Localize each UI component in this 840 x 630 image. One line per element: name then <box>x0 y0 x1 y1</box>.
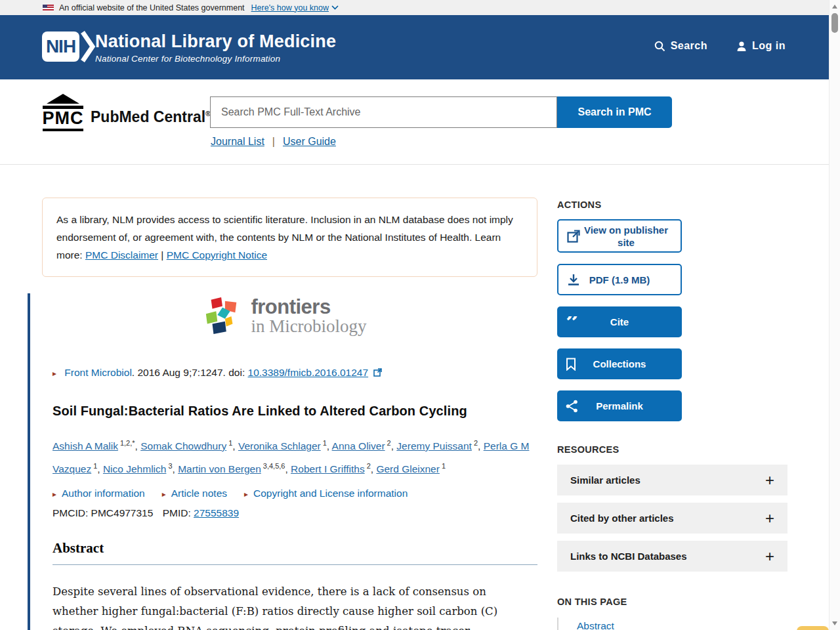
citation-line: ▸ Front Microbiol. 2016 Aug 9;7:1247. do… <box>52 367 382 379</box>
author-link[interactable]: Nico Jehmlich <box>103 463 166 474</box>
on-this-page-heading: ON THIS PAGE <box>557 597 627 607</box>
login-label: Log in <box>752 40 786 52</box>
nih-logo-acronym: NIH <box>42 32 79 62</box>
external-link-icon <box>373 368 382 377</box>
login-button[interactable]: Log in <box>736 40 786 52</box>
header-links: Search Log in <box>654 40 786 52</box>
author-separator: , <box>232 440 238 452</box>
article-panel: frontiers in Microbiology ▸ Front Microb… <box>28 293 540 630</box>
notice-separator: | <box>158 249 167 261</box>
journal-logo-text: frontiers in Microbiology <box>251 297 366 337</box>
link-divider: | <box>272 136 275 148</box>
us-flag-icon <box>43 5 54 11</box>
permalink-button[interactable]: Permalink <box>557 390 682 421</box>
plus-icon: + <box>765 547 774 566</box>
site-title: National Library of Medicine <box>95 32 336 52</box>
journal-logo-name: frontiers <box>251 297 366 317</box>
journal-list-link[interactable]: Journal List <box>211 136 264 148</box>
pmc-search-input[interactable] <box>210 96 557 128</box>
author-affiliation: 1,2,* <box>120 439 135 447</box>
search-icon <box>654 41 665 52</box>
author-link[interactable]: Ashish A Malik <box>52 440 118 452</box>
on-this-page-abstract-link[interactable]: Abstract <box>577 620 614 630</box>
similar-articles-accordion[interactable]: Similar articles + <box>557 465 788 495</box>
pmid-label: PMID: <box>163 507 194 518</box>
view-on-publisher-site-button[interactable]: View on publisher site <box>557 219 682 253</box>
article-notes-toggle[interactable]: ▸Article notes <box>162 488 227 499</box>
author-information-toggle[interactable]: ▸Author information <box>52 488 145 499</box>
author-link[interactable]: Martin von Bergen <box>178 463 261 474</box>
actions-heading: ACTIONS <box>557 200 601 210</box>
scroll-down-arrow[interactable] <box>832 621 837 625</box>
copyright-license-toggle[interactable]: ▸Copyright and License information <box>244 488 408 499</box>
scroll-up-arrow[interactable] <box>832 5 837 9</box>
author-affiliation: 3,4,5,6 <box>263 462 285 470</box>
on-this-page-list: Abstract <box>557 618 614 630</box>
citation-details: . 2016 Aug 9;7:1247. doi: <box>132 367 248 378</box>
cited-by-accordion[interactable]: Cited by other articles + <box>557 503 788 534</box>
pmid-link[interactable]: 27555839 <box>194 507 239 518</box>
author-separator: , <box>173 463 178 474</box>
ncbi-links-accordion[interactable]: Links to NCBI Databases + <box>557 541 788 572</box>
article-title: Soil Fungal:Bacterial Ratios Are Linked … <box>52 404 541 419</box>
author-link[interactable]: Somak Chowdhury <box>140 440 226 452</box>
feedback-tab[interactable]: Feedback <box>797 626 829 630</box>
author-link[interactable]: Robert I Griffiths <box>291 463 365 474</box>
header-search-label: Search <box>671 40 707 52</box>
chevron-down-icon <box>331 5 339 10</box>
download-icon <box>567 273 580 286</box>
author-link[interactable]: Veronika Schlager <box>238 440 321 452</box>
bookmark-icon <box>566 358 576 371</box>
frontiers-cubes-icon <box>203 296 242 337</box>
scrollbar[interactable] <box>829 0 840 630</box>
citation-marker-icon: ▸ <box>52 369 56 378</box>
accordion-label: Links to NCBI Databases <box>570 551 687 562</box>
abstract-heading: Abstract <box>52 540 537 565</box>
pmc-building-icon: PMC <box>42 94 84 131</box>
doi-link[interactable]: 10.3389/fmicb.2016.01247 <box>248 367 369 378</box>
quote-icon: ” <box>566 316 579 328</box>
scrollbar-thumb[interactable] <box>831 13 838 33</box>
abstract-paragraph: Despite several lines of observational e… <box>52 582 517 630</box>
heres-how-you-know-link[interactable]: Here's how you know <box>251 3 329 12</box>
journal-logo: frontiers in Microbiology <box>30 296 540 337</box>
user-guide-link[interactable]: User Guide <box>283 136 336 148</box>
search-in-pmc-button[interactable]: Search in PMC <box>557 96 672 128</box>
resources-heading: RESOURCES <box>557 444 620 455</box>
disclosure-triangle-icon: ▸ <box>244 490 248 499</box>
main-content: As a library, NLM provides access to sci… <box>0 165 829 630</box>
author-link[interactable]: Anna Oliver <box>332 440 385 452</box>
pmc-header-bar: PMC PubMed Central® Search in PMC Journa… <box>0 79 829 165</box>
author-separator: , <box>478 440 484 452</box>
button-label: View on publisher site <box>581 224 671 249</box>
pmc-logo-name: PubMed Central® <box>91 108 211 126</box>
article-ids: PMCID: PMC4977315 PMID: 27555839 <box>52 507 239 519</box>
pdf-download-button[interactable]: PDF (1.9 MB) <box>557 264 682 295</box>
journal-link[interactable]: Front Microbiol <box>64 367 132 378</box>
journal-logo-subname: in Microbiology <box>251 317 366 337</box>
author-separator: , <box>135 440 141 452</box>
author-separator: , <box>285 463 291 474</box>
plus-icon: + <box>765 509 774 528</box>
gov-banner: An official website of the United States… <box>0 0 829 15</box>
pmc-copyright-link[interactable]: PMC Copyright Notice <box>167 249 267 261</box>
disclosure-triangle-icon: ▸ <box>52 490 56 499</box>
article-meta-links: ▸Author information ▸Article notes ▸Copy… <box>52 488 408 499</box>
pmc-logo[interactable]: PMC PubMed Central® <box>42 94 211 131</box>
collections-button[interactable]: Collections <box>557 348 682 379</box>
author-separator: , <box>327 440 332 452</box>
author-affiliation: 1 <box>442 462 446 470</box>
header-search-button[interactable]: Search <box>654 40 707 52</box>
accordion-label: Cited by other articles <box>570 513 674 524</box>
author-link[interactable]: Gerd Gleixner <box>376 463 439 474</box>
pmcid-value: PMC4977315 <box>91 507 154 518</box>
pmc-disclaimer-link[interactable]: PMC Disclaimer <box>85 249 158 261</box>
accordion-label: Similar articles <box>570 474 640 486</box>
nih-logo[interactable]: NIH <box>42 31 98 62</box>
sidebar: ACTIONS View on publisher site PDF (1.9 … <box>557 165 788 630</box>
pmcid-label: PMCID: <box>52 507 91 518</box>
author-separator: , <box>97 463 103 474</box>
cite-button[interactable]: ” Cite <box>557 306 682 337</box>
pmc-logo-acronym: PMC <box>43 109 84 129</box>
author-link[interactable]: Jeremy Puissant <box>396 440 472 452</box>
